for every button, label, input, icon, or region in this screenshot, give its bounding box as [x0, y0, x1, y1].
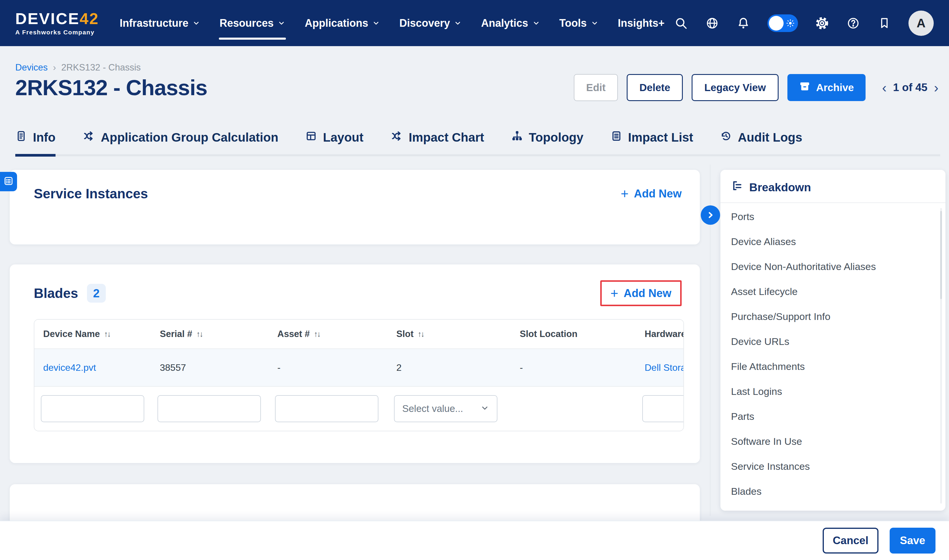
filter-hardware-input[interactable] — [642, 395, 684, 422]
breakdown-header: Breakdown — [720, 170, 946, 203]
archive-icon — [799, 81, 810, 94]
navbar-icons: A — [674, 11, 934, 36]
breadcrumb-devices-link[interactable]: Devices — [15, 62, 48, 73]
history-icon — [720, 130, 732, 145]
prev-record-icon[interactable]: ‹ — [882, 81, 886, 94]
sort-icon[interactable]: ↑↓ — [314, 330, 320, 339]
blades-filter-row: Select value... — [34, 387, 684, 431]
filter-asset-input[interactable] — [275, 395, 378, 422]
tab-impact-chart[interactable]: Impact Chart — [391, 130, 484, 157]
sort-icon[interactable]: ↑↓ — [196, 330, 202, 339]
column-header-slot-location: Slot Location — [511, 329, 636, 339]
column-header-serial[interactable]: Serial #↑↓ — [151, 329, 269, 339]
breakdown-item-purchase-support-info[interactable]: Purchase/Support Info — [720, 304, 946, 329]
sort-icon[interactable]: ↑↓ — [418, 330, 424, 339]
next-record-icon[interactable]: › — [934, 81, 938, 94]
table-row: device42.pvt 38557 - 2 - Dell Storage — [34, 349, 684, 387]
sort-icon[interactable]: ↑↓ — [104, 330, 110, 339]
tab-info[interactable]: Info — [15, 130, 55, 157]
select-placeholder: Select value... — [402, 403, 463, 414]
quick-panel-toggle[interactable] — [0, 172, 17, 191]
chevron-down-icon — [278, 19, 285, 27]
chevron-down-icon — [532, 19, 540, 27]
edit-button[interactable]: Edit — [574, 74, 618, 101]
breakdown-item-device-aliases[interactable]: Device Aliases — [720, 229, 946, 254]
breadcrumb: Devices › 2RKS132 - Chassis — [15, 62, 141, 73]
breakdown-item-software-in-use[interactable]: Software In Use — [720, 429, 946, 454]
chevron-down-icon — [591, 19, 598, 27]
menu-infrastructure[interactable]: Infrastructure — [120, 0, 200, 46]
breakdown-item-blades[interactable]: Blades — [720, 479, 946, 504]
blades-count-badge: 2 — [87, 284, 106, 303]
device-link[interactable]: device42.pvt — [43, 362, 96, 373]
blades-add-new-button[interactable]: + Add New — [611, 286, 671, 300]
theme-toggle[interactable] — [768, 14, 798, 32]
cancel-button[interactable]: Cancel — [823, 528, 878, 554]
user-avatar[interactable]: A — [909, 11, 934, 36]
filter-slot-select[interactable]: Select value... — [394, 395, 497, 422]
tab-layout[interactable]: Layout — [305, 130, 363, 157]
breakdown-item-file-attachments[interactable]: File Attachments — [720, 354, 946, 379]
settings-gear-icon[interactable] — [815, 16, 829, 30]
top-navbar: DEVICE42 A Freshworks Company Infrastruc… — [0, 0, 949, 46]
menu-applications[interactable]: Applications — [305, 0, 380, 46]
menu-analytics[interactable]: Analytics — [481, 0, 540, 46]
archive-button[interactable]: Archive — [788, 74, 866, 101]
detail-tabs: Info Application Group Calculation Layou… — [15, 130, 940, 156]
column-header-asset[interactable]: Asset #↑↓ — [269, 329, 388, 339]
chevron-down-icon — [372, 19, 380, 27]
service-instances-card: Service Instances + Add New — [10, 170, 700, 245]
cell-hardware: Dell Storage — [636, 362, 684, 373]
help-icon[interactable] — [846, 16, 860, 30]
blades-table-header-row: Device Name↑↓ Serial #↑↓ Asset #↑↓ Slot↑… — [34, 320, 684, 349]
notifications-bell-icon[interactable] — [736, 16, 751, 30]
tab-application-group-calculation[interactable]: Application Group Calculation — [83, 130, 278, 157]
filter-device-name-input[interactable] — [41, 395, 144, 422]
legacy-view-button[interactable]: Legacy View — [692, 74, 778, 101]
main-menu: Infrastructure Resources Applications Di… — [120, 0, 664, 46]
breakdown-item-device-urls[interactable]: Device URLs — [720, 329, 946, 354]
hardware-link[interactable]: Dell Storage — [644, 362, 684, 373]
record-pagination: ‹ 1 of 45 › — [882, 81, 938, 94]
layout-icon — [305, 130, 317, 145]
collapse-sidebar-button[interactable] — [701, 205, 720, 225]
menu-resources[interactable]: Resources — [220, 0, 285, 46]
breakdown-item-ports[interactable]: Ports — [720, 204, 946, 229]
save-button[interactable]: Save — [890, 528, 935, 554]
logo-subtitle: A Freshworks Company — [15, 29, 99, 36]
breakdown-item-asset-lifecycle[interactable]: Asset Lifecycle — [720, 279, 946, 304]
column-header-slot[interactable]: Slot↑↓ — [388, 329, 511, 339]
bookmark-icon[interactable] — [877, 16, 891, 30]
flow-icon — [83, 130, 95, 145]
plus-icon: + — [611, 286, 618, 300]
page-header: 2RKS132 - Chassis Edit Delete Legacy Vie… — [15, 74, 938, 101]
globe-icon[interactable] — [705, 16, 719, 30]
service-instances-add-new-button[interactable]: + Add New — [621, 187, 681, 200]
blades-add-new-highlight: + Add New — [600, 280, 681, 306]
breakdown-item-device-non-authoritative-aliases[interactable]: Device Non-Authoritative Aliases — [720, 254, 946, 279]
menu-discovery[interactable]: Discovery — [399, 0, 461, 46]
breakdown-item-certificate-instances[interactable]: Certificate Instances — [720, 504, 946, 511]
tab-audit-logs[interactable]: Audit Logs — [720, 130, 802, 157]
cell-slot-location: - — [511, 362, 636, 373]
blades-card: Blades 2 + Add New Device Name↑↓ Serial … — [10, 265, 700, 463]
menu-insights[interactable]: Insights+ — [618, 0, 664, 46]
flow-icon — [391, 130, 403, 145]
filter-serial-input[interactable] — [157, 395, 261, 422]
page: DEVICE42 A Freshworks Company Infrastruc… — [0, 0, 949, 560]
topology-icon — [511, 130, 523, 145]
cell-asset: - — [269, 362, 388, 373]
breakdown-item-service-instances[interactable]: Service Instances — [720, 454, 946, 479]
cell-slot: 2 — [388, 362, 511, 373]
breakdown-tree-icon — [731, 180, 743, 195]
breakdown-item-last-logins[interactable]: Last Logins — [720, 379, 946, 404]
tab-impact-list[interactable]: Impact List — [611, 130, 694, 157]
search-icon[interactable] — [674, 16, 688, 30]
chevron-down-icon — [192, 19, 200, 27]
menu-tools[interactable]: Tools — [560, 0, 598, 46]
column-header-device-name[interactable]: Device Name↑↓ — [34, 329, 151, 339]
device42-logo[interactable]: DEVICE42 A Freshworks Company — [15, 11, 99, 36]
breakdown-item-parts[interactable]: Parts — [720, 404, 946, 429]
tab-topology[interactable]: Topology — [511, 130, 583, 157]
delete-button[interactable]: Delete — [627, 74, 683, 101]
